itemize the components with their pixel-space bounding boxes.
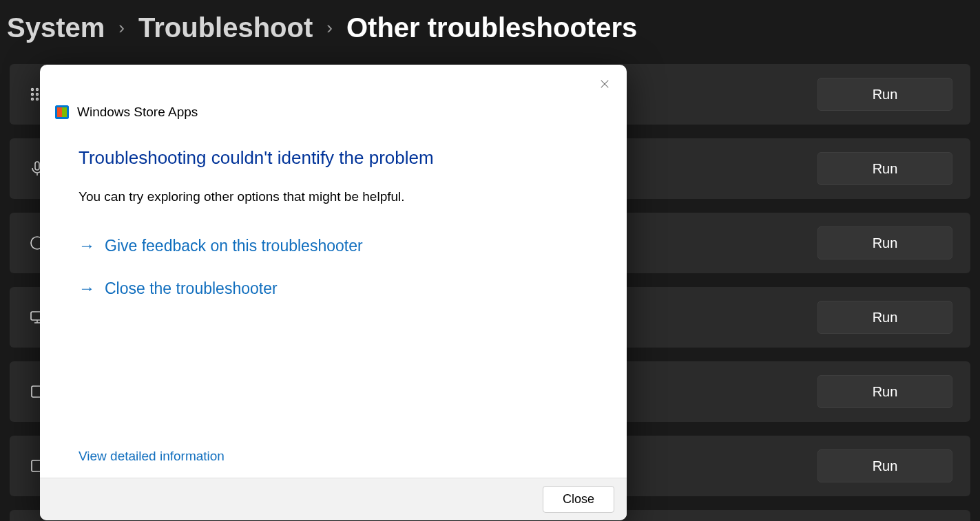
dialog-heading: Troubleshooting couldn't identify the pr… bbox=[79, 147, 588, 169]
svg-rect-19 bbox=[55, 105, 69, 119]
give-feedback-link[interactable]: → Give feedback on this troubleshooter bbox=[79, 236, 588, 255]
breadcrumb-other-troubleshooters: Other troubleshooters bbox=[346, 12, 637, 43]
run-button[interactable]: Run bbox=[817, 375, 952, 408]
svg-point-1 bbox=[37, 89, 39, 91]
link-label: Close the troubleshooter bbox=[105, 279, 278, 298]
svg-rect-9 bbox=[35, 162, 39, 170]
troubleshooter-dialog: Windows Store Apps Troubleshooting could… bbox=[40, 65, 627, 520]
run-button[interactable]: Run bbox=[817, 449, 952, 482]
view-detailed-information-link[interactable]: View detailed information bbox=[79, 449, 225, 464]
svg-point-3 bbox=[32, 94, 34, 96]
breadcrumb-troubleshoot[interactable]: Troubleshoot bbox=[138, 12, 313, 43]
svg-rect-22 bbox=[58, 113, 61, 116]
chevron-right-icon: › bbox=[326, 17, 333, 39]
arrow-right-icon: → bbox=[79, 279, 95, 298]
chevron-right-icon: › bbox=[118, 17, 125, 39]
link-label: Give feedback on this troubleshooter bbox=[105, 237, 363, 255]
svg-rect-20 bbox=[58, 108, 61, 111]
breadcrumb-system[interactable]: System bbox=[7, 12, 105, 43]
run-button[interactable]: Run bbox=[817, 226, 952, 259]
dialog-body: Troubleshooting couldn't identify the pr… bbox=[40, 127, 627, 478]
svg-point-4 bbox=[37, 94, 39, 96]
run-button[interactable]: Run bbox=[817, 301, 952, 334]
dialog-subtext: You can try exploring other options that… bbox=[79, 189, 588, 204]
arrow-right-icon: → bbox=[79, 236, 95, 255]
dialog-titlebar: Windows Store Apps bbox=[40, 65, 627, 127]
svg-point-7 bbox=[37, 98, 39, 100]
store-app-icon bbox=[55, 105, 69, 119]
run-button[interactable]: Run bbox=[817, 152, 952, 185]
close-troubleshooter-link[interactable]: → Close the troubleshooter bbox=[79, 279, 588, 298]
close-button[interactable]: Close bbox=[543, 486, 614, 513]
dialog-app-name: Windows Store Apps bbox=[77, 105, 198, 120]
dialog-footer: Close bbox=[40, 478, 627, 520]
run-button[interactable]: Run bbox=[817, 78, 952, 111]
svg-rect-23 bbox=[63, 113, 66, 116]
svg-rect-21 bbox=[63, 108, 66, 111]
breadcrumb: System › Troubleshoot › Other troublesho… bbox=[0, 0, 980, 64]
close-icon[interactable] bbox=[595, 74, 614, 94]
svg-point-6 bbox=[32, 98, 34, 100]
svg-point-0 bbox=[32, 89, 34, 91]
